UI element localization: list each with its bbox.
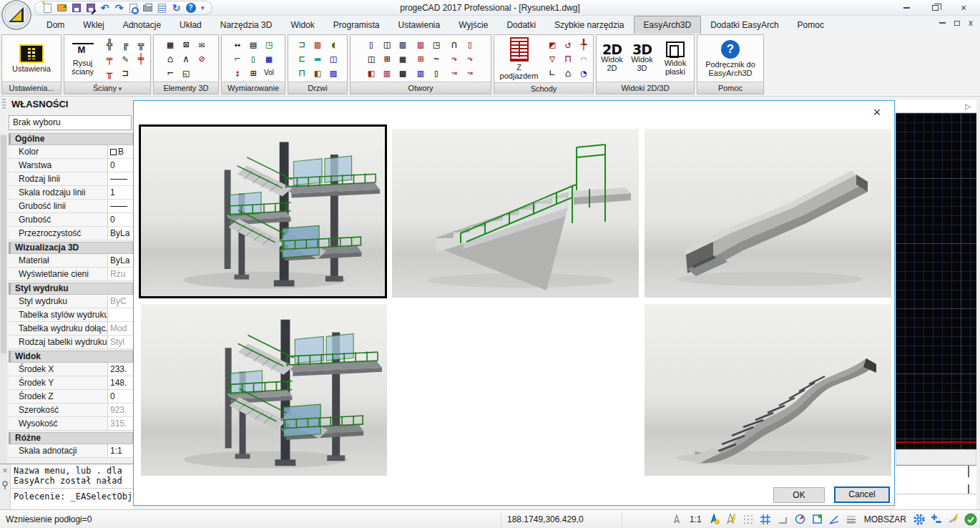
window-icon-1[interactable]: ▯ xyxy=(364,37,378,51)
stair-icon-2[interactable]: ↺ xyxy=(561,38,575,52)
prop-row-srodek-y[interactable]: Środek Y 148. xyxy=(9,376,133,390)
ok-button[interactable]: OK xyxy=(773,487,825,503)
stair-icon-8[interactable]: ⌂ xyxy=(561,67,575,80)
dim-icon-3[interactable]: ◳ xyxy=(262,37,276,51)
esnap-active-icon[interactable] xyxy=(707,512,721,526)
dim-icon-4[interactable]: ⌐ xyxy=(230,52,245,65)
esnap-lightning-icon[interactable] xyxy=(725,512,738,526)
arch-icon-3[interactable]: ↷ xyxy=(447,52,461,65)
element3d-icon-8[interactable]: ◱ xyxy=(179,66,193,79)
dim-icon-7[interactable]: ↕ xyxy=(230,66,245,79)
close-button[interactable]: × xyxy=(956,1,971,14)
prop-row-wyswietlanie-cieni[interactable]: Wyświetlanie cieni Rzu xyxy=(9,268,133,281)
section-rozne[interactable]: Różne xyxy=(9,432,133,444)
doc-restore-icon[interactable] xyxy=(954,21,960,26)
quick-plus-icon[interactable] xyxy=(929,512,943,526)
group-label-pomoc[interactable]: Pomoc xyxy=(697,82,763,94)
arch-icon-2[interactable]: ▯ xyxy=(463,37,477,51)
opening-icon-3[interactable]: ⊞ xyxy=(413,52,428,65)
tab-narzedzia-3d[interactable]: Narzędzia 3D xyxy=(211,16,282,34)
window-icon-4[interactable]: ◫ xyxy=(364,52,378,65)
ortho-mode-icon[interactable] xyxy=(776,512,790,526)
prop-row-kolor[interactable]: Kolor B xyxy=(9,145,133,159)
stair-preview-straight-landing[interactable] xyxy=(392,129,639,298)
command-scroll-up-icon[interactable] xyxy=(968,467,969,477)
restore-button[interactable] xyxy=(927,1,943,14)
element3d-icon-7[interactable]: ⌐ xyxy=(163,66,177,79)
element3d-icon-2[interactable]: ⊠ xyxy=(179,37,193,51)
wall-tool-icon-8[interactable]: ⊐ xyxy=(118,66,132,79)
group-label-elementy-3d[interactable]: Elementy 3D xyxy=(154,82,218,94)
mobszar-toggle[interactable]: MOBSZAR xyxy=(862,514,908,524)
door-icon-4[interactable]: ⊏ xyxy=(295,52,309,65)
element3d-icon-1[interactable]: ▦ xyxy=(163,37,177,51)
prop-row-grubosc-linii[interactable]: Grubość linii —— xyxy=(9,200,133,213)
polar-tracking-icon[interactable] xyxy=(793,512,807,526)
prop-row-warstwa[interactable]: Warstwa 0 xyxy=(9,159,133,172)
wall-tool-icon-2[interactable]: ╔ xyxy=(118,37,132,51)
prop-row-tabelka-wydruku[interactable]: Tabelka wydruku dołąc... Mod xyxy=(9,322,133,336)
group-label-schody[interactable]: Schody xyxy=(494,82,593,94)
tab-uklad[interactable]: Układ xyxy=(170,16,211,34)
element3d-icon-5[interactable]: ∧ xyxy=(179,52,193,65)
dialog-close-icon[interactable]: × xyxy=(870,105,884,119)
door-icon-5[interactable]: ▬ xyxy=(310,52,325,65)
window-icon-9[interactable]: ▩ xyxy=(396,66,410,79)
group-label-sciany[interactable]: Ściany xyxy=(64,82,150,94)
opening-icon-5[interactable]: ▥ xyxy=(413,66,428,79)
window-icon-7[interactable]: ◧ xyxy=(364,66,378,79)
section-styl-wydruku[interactable]: Styl wydruku xyxy=(9,283,133,295)
stair-preview-tower-alt[interactable] xyxy=(141,304,387,476)
widok-3d-button[interactable]: 3D Widok 3D xyxy=(629,44,655,73)
door-icon-8[interactable]: ◧ xyxy=(310,66,325,79)
settings-gear-icon[interactable] xyxy=(912,512,926,526)
esnap-scale-icon[interactable] xyxy=(670,512,684,526)
prop-row-srodek-z[interactable]: Środek Z 0 xyxy=(9,390,133,404)
prop-row-przezroczystosc[interactable]: Przezroczystość ByLa xyxy=(9,227,133,240)
annotation-scale-label[interactable]: 1:1 xyxy=(687,514,704,524)
window-icon-2[interactable]: ◫ xyxy=(380,37,394,51)
ustawienia-button[interactable]: Ustawienia xyxy=(10,44,53,74)
widok-plaski-button[interactable]: Widok płaski xyxy=(659,41,692,77)
prop-row-styl-wydruku[interactable]: Styl wydruku ByC xyxy=(9,295,133,308)
tab-dodatki[interactable]: Dodatki xyxy=(497,16,545,34)
stair-icon-4[interactable]: ▽ xyxy=(545,52,559,66)
stair-icon-9[interactable]: ◔ xyxy=(577,67,591,80)
window-icon-8[interactable]: ▥ xyxy=(380,66,394,79)
opening-icon-6[interactable]: ▯ xyxy=(429,66,444,79)
group-label-wymiarowanie[interactable]: Wymiarowanie xyxy=(222,82,285,94)
dim-icon-8[interactable]: ⊞ xyxy=(246,66,260,79)
wall-tool-icon-4[interactable]: ╤ xyxy=(102,52,117,65)
lineweight-icon[interactable] xyxy=(845,512,858,526)
arch-icon-1[interactable]: ∩ xyxy=(447,37,461,51)
minimize-button[interactable] xyxy=(898,1,914,14)
rysuj-sciany-button[interactable]: Rysuj ściany xyxy=(67,41,99,77)
door-icon-1[interactable]: ⊐ xyxy=(295,37,309,51)
wall-tool-icon-7[interactable]: ╥ xyxy=(102,66,117,79)
stair-icon-7[interactable]: ∟ xyxy=(545,67,559,80)
stair-icon-5[interactable]: ⊓ xyxy=(561,52,575,66)
snap-grid-dots-icon[interactable] xyxy=(742,512,755,526)
prop-row-srodek-x[interactable]: Środek X 233. xyxy=(9,363,133,376)
doc-minimize-icon[interactable] xyxy=(939,22,946,24)
stair-icon-3[interactable]: ╄ xyxy=(577,38,591,52)
dim-volume-icon[interactable]: Vol xyxy=(262,66,276,79)
tab-programista[interactable]: Programista xyxy=(324,16,389,34)
wall-tool-icon-3[interactable]: ╦ xyxy=(134,37,148,51)
arch-icon-4[interactable]: ↷ xyxy=(463,52,477,65)
dim-icon-5[interactable]: ▯ xyxy=(246,52,260,65)
section-ogolne[interactable]: Ogólne xyxy=(9,133,133,145)
dim-icon-1[interactable]: ↔ xyxy=(230,37,245,51)
coordinates-display[interactable]: 188.1749,306.429,0 xyxy=(501,512,622,527)
element3d-icon-3[interactable]: ✉ xyxy=(195,37,209,51)
dim-icon-2[interactable]: ▤ xyxy=(246,37,260,51)
prop-row-wysokosc[interactable]: Wysokość 315. xyxy=(9,417,133,431)
widok-2d-button[interactable]: 2D Widok 2D xyxy=(599,44,625,73)
prop-row-skala-adnotacji[interactable]: Skala adnotacji 1:1 xyxy=(9,444,133,458)
section-widok[interactable]: Widok xyxy=(9,351,133,363)
status-ok-check-icon[interactable] xyxy=(964,512,977,526)
stair-icon-1[interactable]: ◩ xyxy=(545,38,559,52)
tab-szybkie-narzedzia[interactable]: Szybkie narzędzia xyxy=(545,16,633,34)
podrecznik-button[interactable]: ? Podręcznik do EasyArch3D xyxy=(700,39,761,78)
palette-grip[interactable] xyxy=(2,99,6,110)
